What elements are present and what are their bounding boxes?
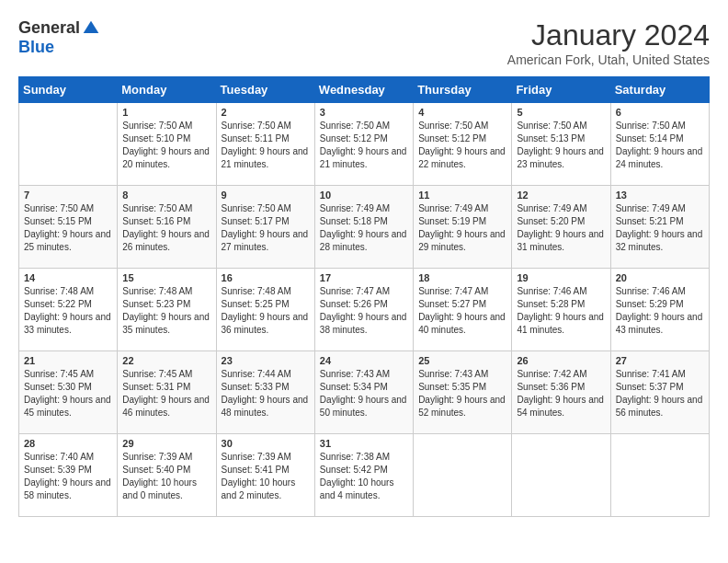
day-number: 6 xyxy=(616,107,704,118)
calendar-header-row: SundayMondayTuesdayWednesdayThursdayFrid… xyxy=(19,77,710,103)
sunrise-text: Sunrise: 7:46 AM xyxy=(517,285,605,298)
calendar-cell: 3 Sunrise: 7:50 AM Sunset: 5:12 PM Dayli… xyxy=(314,103,413,186)
day-number: 5 xyxy=(517,107,605,118)
day-info: Sunrise: 7:45 AM Sunset: 5:30 PM Dayligh… xyxy=(24,368,112,419)
logo-blue-text: Blue xyxy=(18,38,54,57)
sunrise-text: Sunrise: 7:47 AM xyxy=(418,285,506,298)
daylight-text: Daylight: 9 hours and 31 minutes. xyxy=(517,228,605,254)
calendar-cell: 7 Sunrise: 7:50 AM Sunset: 5:15 PM Dayli… xyxy=(19,186,118,269)
header-day-monday: Monday xyxy=(118,77,216,103)
sunset-text: Sunset: 5:34 PM xyxy=(320,381,408,394)
day-number: 31 xyxy=(320,438,408,449)
day-info: Sunrise: 7:40 AM Sunset: 5:39 PM Dayligh… xyxy=(24,451,112,502)
day-number: 2 xyxy=(222,107,310,118)
calendar-cell: 22 Sunrise: 7:45 AM Sunset: 5:31 PM Dayl… xyxy=(118,351,216,434)
calendar-cell xyxy=(610,434,709,517)
day-number: 3 xyxy=(320,107,408,118)
sunrise-text: Sunrise: 7:50 AM xyxy=(517,120,605,132)
daylight-text: Daylight: 9 hours and 24 minutes. xyxy=(616,145,704,171)
day-number: 19 xyxy=(517,272,605,283)
day-number: 9 xyxy=(222,190,310,201)
day-info: Sunrise: 7:49 AM Sunset: 5:21 PM Dayligh… xyxy=(616,202,704,254)
sunset-text: Sunset: 5:15 PM xyxy=(24,215,112,228)
calendar-cell: 6 Sunrise: 7:50 AM Sunset: 5:14 PM Dayli… xyxy=(610,103,709,186)
daylight-text: Daylight: 9 hours and 25 minutes. xyxy=(24,228,112,254)
daylight-text: Daylight: 9 hours and 38 minutes. xyxy=(320,311,408,337)
sunrise-text: Sunrise: 7:47 AM xyxy=(320,285,408,298)
day-number: 18 xyxy=(418,272,506,283)
calendar-cell: 2 Sunrise: 7:50 AM Sunset: 5:11 PM Dayli… xyxy=(216,103,314,186)
calendar-week-row: 28 Sunrise: 7:40 AM Sunset: 5:39 PM Dayl… xyxy=(19,434,710,517)
day-number: 30 xyxy=(222,438,310,449)
daylight-text: Daylight: 9 hours and 48 minutes. xyxy=(222,394,310,419)
daylight-text: Daylight: 9 hours and 50 minutes. xyxy=(320,394,408,419)
day-info: Sunrise: 7:50 AM Sunset: 5:11 PM Dayligh… xyxy=(222,120,310,171)
day-info: Sunrise: 7:38 AM Sunset: 5:42 PM Dayligh… xyxy=(320,451,408,502)
calendar-cell: 5 Sunrise: 7:50 AM Sunset: 5:13 PM Dayli… xyxy=(512,103,610,186)
calendar-cell: 12 Sunrise: 7:49 AM Sunset: 5:20 PM Dayl… xyxy=(512,186,610,269)
calendar-cell: 20 Sunrise: 7:46 AM Sunset: 5:29 PM Dayl… xyxy=(610,269,709,351)
sunset-text: Sunset: 5:17 PM xyxy=(222,215,310,228)
location: American Fork, Utah, United States xyxy=(507,52,710,67)
day-info: Sunrise: 7:49 AM Sunset: 5:18 PM Dayligh… xyxy=(320,202,408,254)
daylight-text: Daylight: 10 hours and 0 minutes. xyxy=(122,477,210,502)
day-info: Sunrise: 7:50 AM Sunset: 5:16 PM Dayligh… xyxy=(122,202,210,254)
calendar-cell: 18 Sunrise: 7:47 AM Sunset: 5:27 PM Dayl… xyxy=(414,269,512,351)
day-info: Sunrise: 7:47 AM Sunset: 5:26 PM Dayligh… xyxy=(320,285,408,337)
calendar-cell: 4 Sunrise: 7:50 AM Sunset: 5:12 PM Dayli… xyxy=(414,103,512,186)
day-number: 22 xyxy=(122,355,210,366)
sunrise-text: Sunrise: 7:43 AM xyxy=(418,368,506,381)
sunset-text: Sunset: 5:16 PM xyxy=(122,215,210,228)
day-number: 8 xyxy=(122,190,210,201)
daylight-text: Daylight: 9 hours and 41 minutes. xyxy=(517,311,605,337)
calendar-cell: 31 Sunrise: 7:38 AM Sunset: 5:42 PM Dayl… xyxy=(314,434,413,517)
sunrise-text: Sunrise: 7:46 AM xyxy=(616,285,704,298)
sunset-text: Sunset: 5:25 PM xyxy=(222,298,310,311)
sunset-text: Sunset: 5:30 PM xyxy=(24,381,112,394)
day-info: Sunrise: 7:39 AM Sunset: 5:40 PM Dayligh… xyxy=(122,451,210,502)
day-info: Sunrise: 7:46 AM Sunset: 5:29 PM Dayligh… xyxy=(616,285,704,337)
calendar-week-row: 7 Sunrise: 7:50 AM Sunset: 5:15 PM Dayli… xyxy=(19,186,710,269)
daylight-text: Daylight: 9 hours and 36 minutes. xyxy=(222,311,310,337)
day-info: Sunrise: 7:49 AM Sunset: 5:20 PM Dayligh… xyxy=(517,202,605,254)
sunrise-text: Sunrise: 7:40 AM xyxy=(24,451,112,464)
sunrise-text: Sunrise: 7:50 AM xyxy=(222,120,310,132)
sunset-text: Sunset: 5:40 PM xyxy=(122,464,210,477)
daylight-text: Daylight: 9 hours and 29 minutes. xyxy=(418,228,506,254)
day-number: 13 xyxy=(616,190,704,201)
logo-icon xyxy=(82,19,100,38)
daylight-text: Daylight: 10 hours and 2 minutes. xyxy=(222,477,310,502)
day-info: Sunrise: 7:48 AM Sunset: 5:23 PM Dayligh… xyxy=(122,285,210,337)
calendar-cell xyxy=(19,103,118,186)
sunset-text: Sunset: 5:36 PM xyxy=(517,381,605,394)
day-info: Sunrise: 7:42 AM Sunset: 5:36 PM Dayligh… xyxy=(517,368,605,419)
sunrise-text: Sunrise: 7:42 AM xyxy=(517,368,605,381)
sunrise-text: Sunrise: 7:43 AM xyxy=(320,368,408,381)
sunrise-text: Sunrise: 7:49 AM xyxy=(517,202,605,215)
daylight-text: Daylight: 9 hours and 21 minutes. xyxy=(222,145,310,171)
calendar-cell: 17 Sunrise: 7:47 AM Sunset: 5:26 PM Dayl… xyxy=(314,269,413,351)
daylight-text: Daylight: 9 hours and 56 minutes. xyxy=(616,394,704,419)
header-day-tuesday: Tuesday xyxy=(216,77,314,103)
day-number: 21 xyxy=(24,355,112,366)
daylight-text: Daylight: 10 hours and 4 minutes. xyxy=(320,477,408,502)
sunrise-text: Sunrise: 7:50 AM xyxy=(320,120,408,132)
calendar-cell: 1 Sunrise: 7:50 AM Sunset: 5:10 PM Dayli… xyxy=(118,103,216,186)
daylight-text: Daylight: 9 hours and 58 minutes. xyxy=(24,477,112,502)
header-day-sunday: Sunday xyxy=(19,77,118,103)
daylight-text: Daylight: 9 hours and 52 minutes. xyxy=(418,394,506,419)
sunrise-text: Sunrise: 7:50 AM xyxy=(122,202,210,215)
day-info: Sunrise: 7:46 AM Sunset: 5:28 PM Dayligh… xyxy=(517,285,605,337)
header-day-wednesday: Wednesday xyxy=(314,77,413,103)
sunset-text: Sunset: 5:28 PM xyxy=(517,298,605,311)
calendar-body: 1 Sunrise: 7:50 AM Sunset: 5:10 PM Dayli… xyxy=(19,103,710,517)
sunset-text: Sunset: 5:26 PM xyxy=(320,298,408,311)
calendar-week-row: 21 Sunrise: 7:45 AM Sunset: 5:30 PM Dayl… xyxy=(19,351,710,434)
sunset-text: Sunset: 5:12 PM xyxy=(418,132,506,145)
day-info: Sunrise: 7:47 AM Sunset: 5:27 PM Dayligh… xyxy=(418,285,506,337)
day-info: Sunrise: 7:49 AM Sunset: 5:19 PM Dayligh… xyxy=(418,202,506,254)
daylight-text: Daylight: 9 hours and 26 minutes. xyxy=(122,228,210,254)
day-number: 15 xyxy=(122,272,210,283)
sunset-text: Sunset: 5:35 PM xyxy=(418,381,506,394)
calendar-cell: 19 Sunrise: 7:46 AM Sunset: 5:28 PM Dayl… xyxy=(512,269,610,351)
